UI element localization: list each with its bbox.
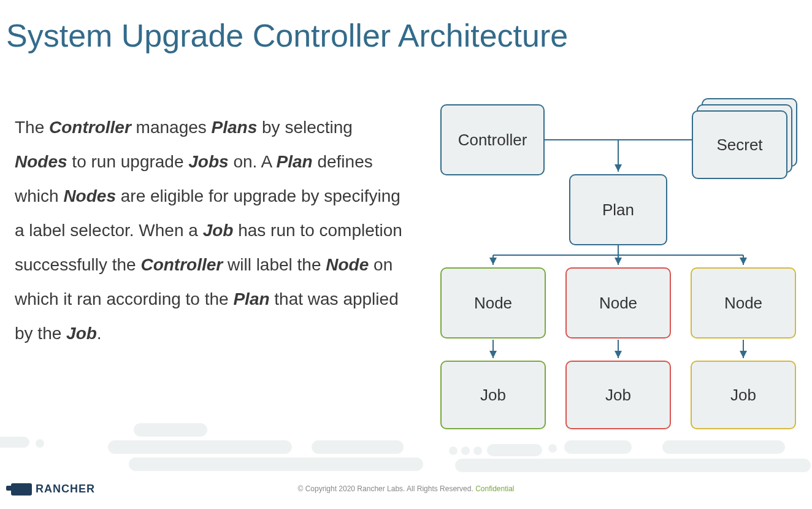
box-plan: Plan (569, 174, 667, 245)
rancher-logo: RANCHER (11, 483, 95, 496)
box-node-2: Node (565, 267, 671, 339)
decoration-cloud (487, 444, 542, 456)
decoration-cloud (473, 446, 482, 455)
confidential-label: Confidential (475, 484, 514, 493)
box-secret: Secret (692, 110, 787, 179)
decoration-cloud (0, 437, 29, 448)
decoration-cloud (548, 444, 557, 453)
decoration-cloud (461, 446, 470, 455)
decoration-cloud (449, 446, 458, 455)
decoration-cloud (455, 459, 811, 472)
brand-name: RANCHER (36, 483, 95, 496)
slide-title: System Upgrade Controller Architecture (6, 17, 568, 54)
rancher-logo-icon (11, 483, 32, 496)
description-paragraph: The Controller manages Plans by selectin… (15, 110, 407, 351)
decoration-cloud (312, 440, 404, 454)
slide-footer: RANCHER © Copyright 2020 Rancher Labs. A… (0, 472, 812, 509)
decoration-cloud (662, 440, 785, 454)
copyright-text: © Copyright 2020 Rancher Labs. All Right… (297, 484, 514, 493)
architecture-diagram: Controller Secret Plan Node Node Node Jo… (429, 98, 803, 442)
box-job-2: Job (565, 361, 671, 429)
decoration-cloud (134, 423, 207, 437)
box-job-3: Job (691, 361, 796, 429)
box-node-1: Node (440, 267, 546, 339)
decoration-cloud (129, 457, 423, 471)
decoration-cloud (108, 440, 292, 454)
decoration-cloud (36, 439, 44, 448)
decoration-cloud (564, 440, 632, 454)
box-job-1: Job (440, 361, 546, 429)
copyright-label: © Copyright 2020 Rancher Labs. All Right… (297, 484, 475, 493)
box-controller: Controller (440, 104, 545, 175)
box-node-3: Node (691, 267, 796, 339)
